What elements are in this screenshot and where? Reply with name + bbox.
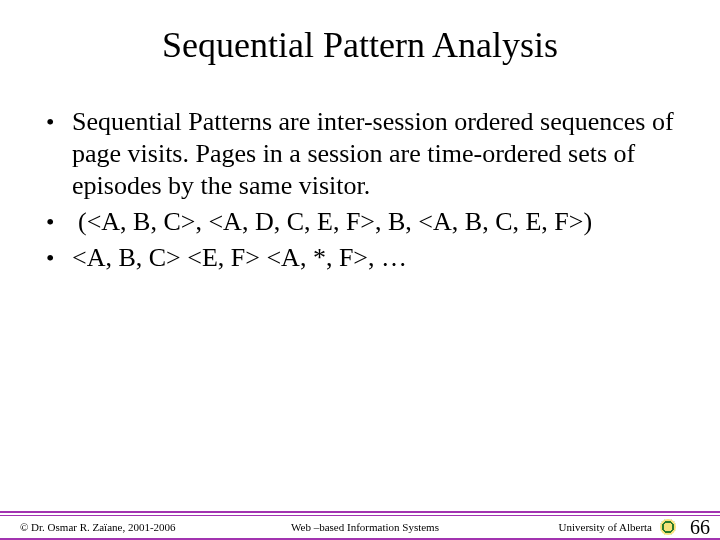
slide-body: • Sequential Patterns are inter-session … bbox=[0, 66, 720, 274]
footer-copyright: © Dr. Osmar R. Zaïane, 2001-2006 bbox=[20, 521, 250, 533]
bullet-item: • (<A, B, C>, <A, D, C, E, F>, B, <A, B,… bbox=[44, 206, 676, 238]
footer-content: © Dr. Osmar R. Zaïane, 2001-2006 Web –ba… bbox=[0, 516, 720, 538]
bullet-marker: • bbox=[44, 206, 72, 238]
bullet-item: • Sequential Patterns are inter-session … bbox=[44, 106, 676, 202]
footer-affiliation: University of Alberta bbox=[559, 521, 652, 533]
slide: Sequential Pattern Analysis • Sequential… bbox=[0, 0, 720, 540]
bullet-text: Sequential Patterns are inter-session or… bbox=[72, 106, 676, 202]
footer-right: University of Alberta 66 bbox=[480, 516, 710, 539]
university-logo-icon bbox=[660, 519, 676, 535]
bullet-marker: • bbox=[44, 242, 72, 274]
footer-center: Web –based Information Systems bbox=[250, 521, 480, 533]
bullet-text: <A, B, C> <E, F> <A, *, F>, … bbox=[72, 242, 407, 274]
bullet-marker: • bbox=[44, 106, 72, 138]
divider bbox=[0, 511, 720, 513]
footer: © Dr. Osmar R. Zaïane, 2001-2006 Web –ba… bbox=[0, 511, 720, 540]
slide-title: Sequential Pattern Analysis bbox=[0, 0, 720, 66]
bullet-item: • <A, B, C> <E, F> <A, *, F>, … bbox=[44, 242, 676, 274]
bullet-text: (<A, B, C>, <A, D, C, E, F>, B, <A, B, C… bbox=[72, 206, 592, 238]
page-number: 66 bbox=[684, 516, 710, 539]
